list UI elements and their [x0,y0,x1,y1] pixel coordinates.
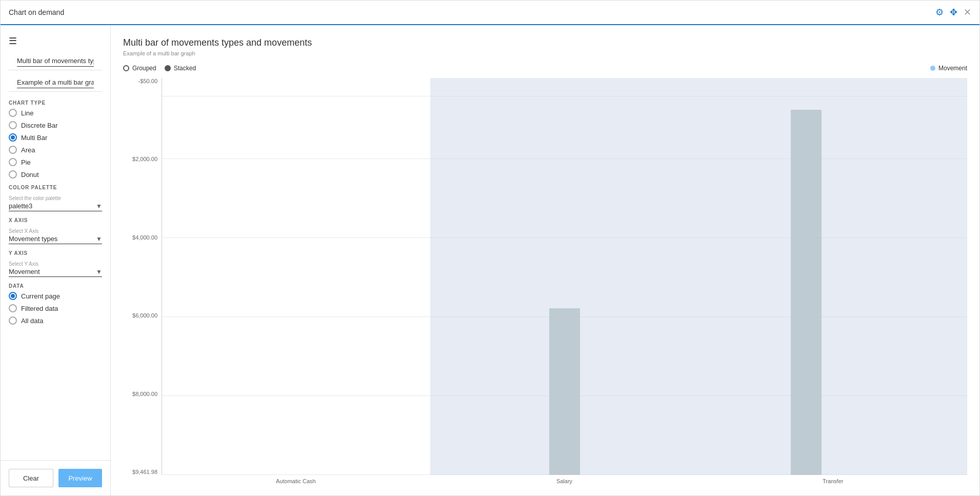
x-axis-select[interactable]: Movement types ▼ [9,235,102,244]
legend-grouped-label: Grouped [132,65,156,72]
menu-icon[interactable]: ☰ [1,31,110,51]
radio-label-donut: Donut [21,171,39,178]
app-window: Chart on demand ⚙ ✥ ✕ ☰ CHART TYPE [0,0,980,496]
legend-grouped[interactable]: Grouped [123,65,156,72]
radio-circle-multi-bar [9,133,17,142]
legend-movement-dot [930,66,935,71]
radio-current-page[interactable]: Current page [9,292,102,300]
x-label-automatic-cash: Automatic Cash [162,478,430,487]
chart-title: Multi bar of movements types and movemen… [123,37,967,48]
x-axis-group: Select X Axis Movement types ▼ [1,226,110,244]
radio-filtered-data[interactable]: Filtered data [9,304,102,312]
y-axis-value: Movement [9,268,96,275]
app-title: Chart on demand [9,8,64,16]
radio-label-multi-bar: Multi Bar [21,134,47,142]
y-axis-arrow: ▼ [96,268,102,275]
sidebar: ☰ CHART TYPE Line Discrete Bar [1,25,111,495]
y-label-3: $6,000.00 [132,312,157,319]
radio-all-data[interactable]: All data [9,316,102,325]
bar-group-salary [444,78,686,475]
color-palette-select[interactable]: palette3 ▼ [9,202,102,211]
legend-movement-label: Movement [938,65,967,72]
clear-button[interactable]: Clear [9,469,53,487]
x-axis-label: X AXIS [1,211,110,226]
radio-discrete-bar[interactable]: Discrete Bar [9,121,102,129]
chart-canvas [162,78,967,475]
radio-label-discrete-bar: Discrete Bar [21,122,58,129]
x-axis-value: Movement types [9,235,96,243]
color-palette-value: palette3 [9,202,96,210]
sidebar-footer: Clear Preview [1,460,110,495]
legend-stacked[interactable]: Stacked [165,65,196,72]
radio-circle-donut [9,170,17,178]
y-axis-select[interactable]: Movement ▼ [9,268,102,277]
y-label-2: $4,000.00 [132,234,157,241]
radio-label-filtered-data: Filtered data [21,305,58,312]
data-section-label: DATA [1,277,110,292]
radio-line[interactable]: Line [9,109,102,117]
data-radio-group: Current page Filtered data All data [1,292,110,325]
radio-label-area: Area [21,146,35,154]
chart-name-field [9,53,102,70]
bar-group-transfer [686,78,927,475]
y-axis-select-label: Select Y Axis [9,261,102,267]
title-bar-icons: ⚙ ✥ ✕ [935,7,971,18]
chart-area: Multi bar of movements types and movemen… [111,25,979,495]
chart-legend: Grouped Stacked Movement [123,65,967,72]
y-label-4: $8,000.00 [132,391,157,397]
x-axis-arrow: ▼ [96,235,102,243]
y-label-1: $2,000.00 [132,156,157,162]
color-palette-select-label: Select the color palette [9,195,102,201]
bars-container [162,78,967,475]
bar-group-automatic-cash [203,78,444,475]
legend-movement: Movement [930,65,967,72]
radio-circle-all-data [9,316,17,325]
radio-circle-line [9,109,17,117]
close-icon[interactable]: ✕ [964,7,971,18]
x-label-salary: Salary [430,478,699,487]
radio-donut[interactable]: Donut [9,170,102,178]
radio-area[interactable]: Area [9,146,102,154]
chart-name-input[interactable] [17,57,94,65]
chart-type-label: CHART TYPE [1,94,110,109]
radio-circle-discrete-bar [9,121,17,129]
bar-transfer [791,110,822,475]
settings-icon[interactable]: ⚙ [935,7,944,18]
radio-multi-bar[interactable]: Multi Bar [9,133,102,142]
chart-body: Automatic Cash Salary Transfer [162,78,967,487]
resize-icon[interactable]: ✥ [950,7,957,18]
radio-pie[interactable]: Pie [9,158,102,166]
chart-wrapper: $9,461.98 $8,000.00 $6,000.00 $4,000.00 … [123,78,967,487]
radio-label-line: Line [21,109,34,117]
chart-desc-input[interactable] [17,78,94,86]
y-label-0: -$50.00 [138,78,157,84]
chart-subtitle: Example of a multi bar graph [123,50,967,56]
legend-grouped-dot [123,65,129,71]
x-axis-select-label: Select X Axis [9,228,102,234]
chart-x-labels: Automatic Cash Salary Transfer [162,475,967,487]
radio-label-current-page: Current page [21,292,60,300]
radio-circle-pie [9,158,17,166]
preview-button[interactable]: Preview [58,469,102,487]
x-label-transfer: Transfer [698,478,967,487]
radio-label-pie: Pie [21,158,31,166]
radio-circle-filtered-data [9,304,17,312]
y-label-5: $9,461.98 [132,469,157,475]
legend-stacked-label: Stacked [174,65,196,72]
chart-desc-field [9,74,102,92]
chart-y-axis: $9,461.98 $8,000.00 $6,000.00 $4,000.00 … [123,78,162,487]
radio-label-all-data: All data [21,317,43,325]
color-palette-label: COLOR PALETTE [1,178,110,193]
title-bar: Chart on demand ⚙ ✥ ✕ [1,1,979,25]
radio-circle-area [9,146,17,154]
chart-type-group: Line Discrete Bar Multi Bar Area Pie [1,109,110,178]
legend-stacked-dot [165,65,171,71]
color-palette-group: Select the color palette palette3 ▼ [1,193,110,211]
main-content: ☰ CHART TYPE Line Discrete Bar [1,25,979,495]
y-axis-label: Y AXIS [1,244,110,259]
color-palette-arrow: ▼ [96,203,102,210]
y-axis-group: Select Y Axis Movement ▼ [1,259,110,277]
bar-salary [549,308,580,475]
radio-circle-current-page [9,292,17,300]
